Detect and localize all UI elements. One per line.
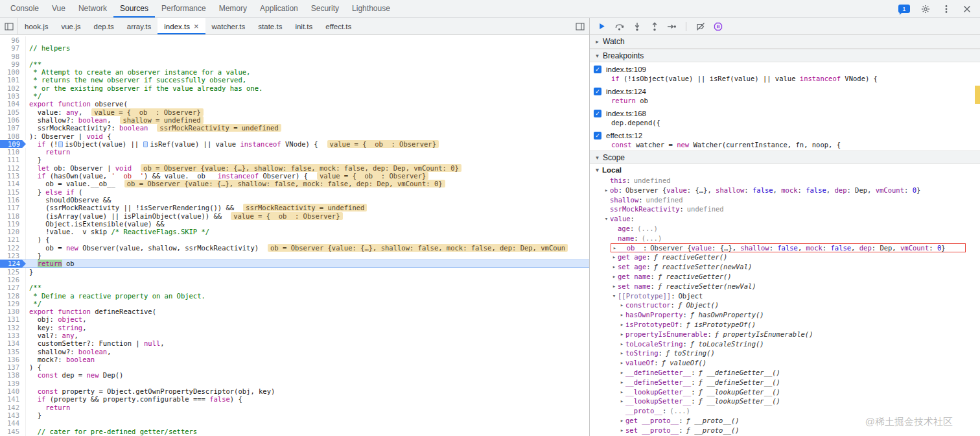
panel-tab-console[interactable]: Console (4, 0, 45, 18)
pause-on-exceptions-icon[interactable] (712, 21, 723, 32)
breakpoint-entry[interactable]: ✓index.ts:109if (!isObject(value) || isR… (590, 62, 980, 84)
line-number[interactable]: 114 (0, 180, 26, 188)
file-tab-hook.js[interactable]: hook.js (18, 18, 54, 34)
panel-tab-performance[interactable]: Performance (155, 0, 213, 18)
scope-row[interactable]: ▸ob:Observer {value: {…}, shallow: false… (590, 186, 980, 195)
kebab-menu-icon[interactable] (941, 4, 951, 14)
scope-expander-icon[interactable]: ▾ (594, 154, 601, 161)
expand-icon[interactable]: ▸ (618, 396, 625, 406)
line-number[interactable]: 133 (0, 332, 26, 339)
line-number[interactable]: 116 (0, 196, 26, 204)
line-number[interactable]: 102 (0, 84, 26, 92)
line-number[interactable]: 104 (0, 100, 26, 108)
expand-icon[interactable]: ▸ (618, 416, 625, 426)
line-number[interactable]: 134 (0, 339, 26, 347)
expand-icon[interactable]: ▸ (611, 272, 618, 282)
scope-row[interactable]: ▸__lookupGetter__:ƒ __lookupGetter__() (590, 387, 980, 397)
step-icon[interactable] (666, 21, 677, 32)
file-tab-dep.ts[interactable]: dep.ts (87, 18, 120, 34)
panel-toggle-icon[interactable] (571, 18, 589, 34)
line-number[interactable]: 100 (0, 68, 26, 76)
line-number[interactable]: 117 (0, 204, 26, 212)
expand-icon[interactable]: ▸ (618, 358, 625, 368)
scope-row[interactable]: ▸toString:ƒ toString() (590, 348, 980, 358)
line-number[interactable]: 108 (0, 132, 26, 140)
inline-breakpoint-marker[interactable] (58, 141, 63, 147)
scope-row[interactable]: ▾value: (590, 214, 980, 224)
scope-row[interactable]: ▸hasOwnProperty:ƒ hasOwnProperty() (590, 310, 980, 320)
breakpoint-marker[interactable]: 124 (0, 260, 26, 267)
scope-row[interactable]: ▸set __proto__:ƒ __proto__() (590, 426, 980, 435)
line-number[interactable]: 145 (0, 428, 26, 435)
scope-row[interactable]: ▸set age:ƒ reactiveSetter(newVal) (590, 262, 980, 272)
navigator-toggle-icon[interactable] (0, 18, 18, 34)
collapse-icon[interactable]: ▾ (611, 291, 618, 301)
breakpoint-checkbox[interactable]: ✓ (594, 88, 601, 95)
line-number[interactable]: 141 (0, 395, 26, 403)
panel-tab-security[interactable]: Security (305, 0, 345, 18)
panel-tab-memory[interactable]: Memory (213, 0, 253, 18)
scope-row[interactable]: ▸__proto__:(...) (590, 406, 980, 416)
scope-row[interactable]: ▸set name:ƒ reactiveSetter(newVal) (590, 282, 980, 291)
watch-section-header[interactable]: ▸ Watch (590, 35, 980, 49)
scope-row[interactable]: ▸ssrMockReactivity:undefined (590, 204, 980, 214)
file-tab-watcher.ts[interactable]: watcher.ts (205, 18, 252, 34)
expand-icon[interactable]: ▸ (611, 252, 618, 262)
panel-tab-vue[interactable]: Vue (45, 0, 72, 18)
line-number[interactable]: 142 (0, 404, 26, 411)
line-number[interactable]: 143 (0, 411, 26, 419)
file-tab-effect.ts[interactable]: effect.ts (319, 18, 358, 34)
expand-icon[interactable]: ▸ (618, 320, 625, 330)
line-number[interactable]: 122 (0, 244, 26, 252)
scope-row[interactable]: ▾[[Prototype]]:Object (590, 291, 980, 301)
line-number[interactable]: 99 (0, 60, 26, 68)
step-into-icon[interactable] (631, 21, 642, 32)
scope-row[interactable]: ▸name:(...) (590, 234, 980, 243)
line-number[interactable]: 137 (0, 363, 26, 371)
line-number[interactable]: 113 (0, 172, 26, 180)
file-tab-index.ts[interactable]: index.ts× (158, 18, 205, 34)
scope-row[interactable]: ▸__defineGetter__:ƒ __defineGetter__() (590, 368, 980, 378)
inline-breakpoint-marker[interactable] (143, 141, 148, 147)
breakpoint-entry[interactable]: ✓effect.ts:12const watcher = new Watcher… (590, 128, 980, 151)
line-number[interactable]: 129 (0, 300, 26, 308)
breakpoint-checkbox[interactable]: ✓ (594, 110, 601, 117)
line-number[interactable]: 136 (0, 356, 26, 363)
breakpoint-entry[interactable]: ✓index.ts:168dep.depend({ (590, 106, 980, 128)
expand-icon[interactable]: ▸ (618, 368, 625, 378)
line-number[interactable]: 140 (0, 387, 26, 395)
panel-tab-application[interactable]: Application (253, 0, 305, 18)
line-number[interactable]: 128 (0, 292, 26, 300)
step-over-icon[interactable] (614, 21, 625, 32)
scope-row[interactable]: ▸age:(...) (590, 224, 980, 234)
scope-row[interactable]: ▸get age:ƒ reactiveGetter() (590, 252, 980, 262)
scope-row[interactable]: ▸get __proto__:ƒ __proto__() (590, 416, 980, 426)
scope-row[interactable]: ▸__ob__:Observer {value: {…}, shallow: f… (590, 243, 980, 253)
breakpoint-checkbox[interactable]: ✓ (594, 66, 601, 73)
file-tab-array.ts[interactable]: array.ts (121, 18, 158, 34)
close-tab-icon[interactable]: × (194, 22, 199, 30)
line-number[interactable]: 125 (0, 268, 26, 276)
line-number[interactable]: 144 (0, 419, 26, 427)
scope-row[interactable]: ▸__defineSetter__:ƒ __defineSetter__() (590, 378, 980, 387)
line-number[interactable]: 115 (0, 188, 26, 196)
expand-icon[interactable]: ▸ (618, 300, 625, 310)
scope-row[interactable]: ▸propertyIsEnumerable:ƒ propertyIsEnumer… (590, 330, 980, 339)
line-number[interactable]: 119 (0, 220, 26, 228)
settings-gear-icon[interactable] (920, 4, 931, 14)
breakpoint-checkbox[interactable]: ✓ (594, 132, 601, 139)
line-number[interactable]: 130 (0, 308, 26, 315)
line-number[interactable]: 105 (0, 108, 26, 116)
line-number[interactable]: 101 (0, 76, 26, 84)
scope-row[interactable]: ▸toLocaleString:ƒ toLocaleString() (590, 339, 980, 349)
deactivate-breakpoints-icon[interactable] (695, 21, 706, 32)
scope-row[interactable]: ▸shallow:undefined (590, 195, 980, 205)
line-number[interactable]: 126 (0, 276, 26, 284)
line-number[interactable]: 121 (0, 236, 26, 243)
line-number[interactable]: 131 (0, 315, 26, 323)
step-out-icon[interactable] (649, 21, 660, 32)
expand-icon[interactable]: ▸ (611, 282, 618, 291)
expand-icon[interactable]: ▸ (611, 243, 618, 253)
watch-expander-icon[interactable]: ▸ (594, 38, 601, 45)
line-number[interactable]: 111 (0, 156, 26, 164)
